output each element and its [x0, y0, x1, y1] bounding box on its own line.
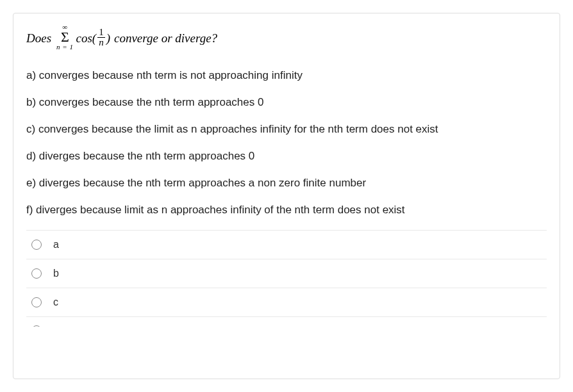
answer-text-c: c) converges because the limit as n appr… [26, 122, 547, 136]
sum-lower-limit: n = 1 [56, 44, 73, 51]
radio-circle-icon [31, 297, 42, 307]
summation-symbol: ∞ Σ n = 1 [56, 24, 73, 51]
question-suffix: converge or diverge? [114, 31, 217, 45]
question-container: Does ∞ Σ n = 1 cos( 1 n ) converge or di… [13, 13, 560, 379]
fraction-denominator: n [97, 38, 105, 47]
radio-option-a[interactable]: a [26, 230, 547, 259]
answer-text-b: b) converges because the nth term approa… [26, 95, 547, 110]
radio-option-c[interactable]: c [26, 288, 547, 316]
radio-option-list: a b c [26, 230, 547, 327]
answer-text-e: e) diverges because the nth term approac… [26, 176, 547, 190]
radio-option-partial[interactable] [26, 316, 547, 327]
fraction-numerator: 1 [97, 28, 105, 38]
radio-circle-icon [31, 268, 42, 279]
cos-expression: cos( 1 n ) [76, 28, 110, 48]
question-prompt: Does ∞ Σ n = 1 cos( 1 n ) converge or di… [26, 25, 547, 52]
fraction: 1 n [97, 28, 105, 47]
sigma-icon: Σ [61, 31, 69, 44]
question-prefix: Does [26, 31, 51, 45]
cos-open: cos( [76, 31, 97, 45]
answer-text-a: a) converges because nth term is not app… [26, 69, 547, 83]
radio-label-a: a [53, 239, 59, 250]
radio-label-b: b [53, 268, 59, 279]
answer-text-block: a) converges because nth term is not app… [26, 69, 547, 218]
radio-circle-icon [31, 325, 42, 327]
answer-text-d: d) diverges because the nth term approac… [26, 149, 547, 163]
cos-close: ) [106, 31, 110, 45]
radio-circle-icon [31, 240, 42, 250]
answer-text-f: f) diverges because limit as n approache… [26, 203, 547, 217]
radio-option-b[interactable]: b [26, 259, 547, 288]
radio-label-c: c [53, 297, 58, 308]
